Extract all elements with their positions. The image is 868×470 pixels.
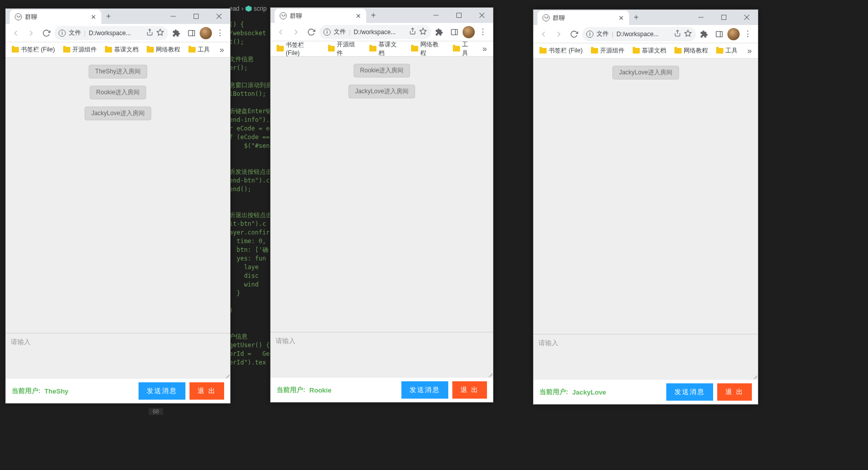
- reload-button[interactable]: [304, 25, 318, 39]
- message-input[interactable]: [533, 334, 758, 380]
- close-tab-icon[interactable]: ✕: [91, 13, 96, 21]
- chat-page: Rookie进入房间 JackyLove进入房间 当前用户: Rookie 发送…: [270, 57, 493, 402]
- input-area: [270, 332, 493, 378]
- maximize-button[interactable]: [712, 10, 735, 25]
- bookmark-item[interactable]: 工具: [713, 45, 741, 56]
- profile-avatar[interactable]: [463, 26, 475, 38]
- address-bar: i 文件 | D:/workspace... ⋮: [270, 23, 493, 41]
- profile-avatar[interactable]: [200, 27, 212, 39]
- url-prefix: 文件: [334, 28, 346, 36]
- bookmark-item[interactable]: 书签栏 (File): [9, 44, 58, 55]
- send-button[interactable]: 发送消息: [401, 381, 448, 399]
- message-list: JackyLove进入房间: [533, 59, 758, 334]
- browser-tab[interactable]: 群聊 ✕: [10, 10, 101, 24]
- kebab-menu-icon[interactable]: ⋮: [741, 27, 755, 41]
- bookmark-item[interactable]: 书签栏 (File): [536, 45, 586, 56]
- folder-icon: [633, 48, 640, 54]
- exit-button[interactable]: 退 出: [717, 383, 752, 401]
- new-tab-button[interactable]: +: [366, 8, 381, 23]
- bookmark-label: 书签栏 (File): [549, 46, 583, 55]
- minimize-button[interactable]: [424, 8, 447, 23]
- folder-icon: [277, 46, 284, 51]
- minimize-button[interactable]: [689, 10, 712, 25]
- bookmark-item[interactable]: 书签栏 (File): [274, 40, 323, 58]
- sidepanel-icon[interactable]: [184, 26, 199, 40]
- omnibox[interactable]: i 文件 | D:/workspace...: [55, 26, 168, 40]
- svg-rect-1: [194, 14, 198, 19]
- omnibox[interactable]: i 文件 | D:/workspace...: [582, 27, 696, 41]
- folder-icon: [328, 46, 335, 51]
- reload-button[interactable]: [567, 27, 581, 41]
- maximize-button[interactable]: [447, 8, 470, 23]
- share-icon[interactable]: [409, 28, 416, 36]
- bookmark-label: 书签栏 (File): [21, 45, 55, 54]
- globe-icon: [542, 14, 550, 21]
- share-icon[interactable]: [674, 30, 681, 38]
- resize-handle-icon[interactable]: [224, 373, 229, 378]
- forward-button[interactable]: [24, 26, 38, 40]
- forward-button[interactable]: [289, 25, 303, 39]
- browser-tab[interactable]: 群聊 ✕: [537, 11, 629, 25]
- new-tab-button[interactable]: +: [101, 9, 116, 24]
- extensions-icon[interactable]: [697, 27, 711, 41]
- forward-button[interactable]: [552, 27, 566, 41]
- message-input[interactable]: [6, 333, 230, 379]
- bookmarks-overflow-icon[interactable]: »: [744, 46, 755, 56]
- bookmark-item[interactable]: 工具: [185, 44, 213, 55]
- bookmarks-bar: 书签栏 (File) 开源组件 慕课文档 网络教程 工具 »: [6, 42, 230, 58]
- minimize-button[interactable]: [161, 9, 184, 24]
- kebab-menu-icon[interactable]: ⋮: [476, 25, 490, 39]
- back-button[interactable]: [9, 26, 23, 40]
- maximize-button[interactable]: [184, 9, 207, 24]
- send-button[interactable]: 发送消息: [666, 383, 713, 401]
- exit-button[interactable]: 退 出: [189, 382, 224, 400]
- close-tab-icon[interactable]: ✕: [356, 12, 361, 20]
- bookmark-star-icon[interactable]: [419, 28, 427, 37]
- bookmark-item[interactable]: 慕课文档: [366, 39, 406, 59]
- resize-handle-icon[interactable]: [487, 372, 492, 377]
- profile-avatar[interactable]: [727, 28, 740, 40]
- bookmark-item[interactable]: 开源组件: [588, 45, 628, 56]
- extensions-icon[interactable]: [432, 25, 446, 39]
- site-info-icon[interactable]: i: [586, 31, 593, 38]
- kebab-menu-icon[interactable]: ⋮: [213, 26, 227, 40]
- bookmark-label: 工具: [462, 40, 474, 58]
- close-tab-icon[interactable]: ✕: [618, 14, 624, 22]
- message-input[interactable]: [270, 332, 493, 378]
- folder-icon: [12, 47, 19, 53]
- close-window-button[interactable]: [207, 9, 230, 24]
- exit-button[interactable]: 退 出: [452, 381, 487, 399]
- bookmark-item[interactable]: 网络教程: [144, 44, 183, 55]
- globe-icon: [280, 12, 287, 19]
- omnibox[interactable]: i 文件 | D:/workspace...: [319, 25, 431, 39]
- extensions-icon[interactable]: [169, 26, 183, 40]
- bookmark-item[interactable]: 开源组件: [60, 44, 100, 55]
- share-icon[interactable]: [146, 29, 153, 37]
- bookmark-item[interactable]: 慕课文档: [102, 44, 142, 55]
- back-button[interactable]: [536, 27, 551, 41]
- chat-footer: 当前用户: Rookie 发送消息 退 出: [270, 378, 493, 402]
- bookmark-label: 开源组件: [337, 40, 361, 58]
- sidepanel-icon[interactable]: [712, 27, 726, 41]
- new-tab-button[interactable]: +: [629, 10, 643, 25]
- site-info-icon[interactable]: i: [59, 30, 66, 37]
- sidepanel-icon[interactable]: [447, 25, 462, 39]
- bookmark-star-icon[interactable]: [684, 30, 692, 39]
- bookmarks-overflow-icon[interactable]: »: [216, 45, 227, 55]
- site-info-icon[interactable]: i: [323, 29, 331, 36]
- back-button[interactable]: [274, 25, 288, 39]
- bookmark-item[interactable]: 网络教程: [671, 45, 711, 56]
- chat-footer: 当前用户: JackyLove 发送消息 退 出: [533, 380, 758, 404]
- close-window-button[interactable]: [470, 8, 493, 23]
- bookmark-item[interactable]: 网络教程: [408, 39, 448, 59]
- bookmark-item[interactable]: 慕课文档: [630, 45, 669, 56]
- reload-button[interactable]: [39, 26, 53, 40]
- close-window-button[interactable]: [735, 10, 758, 25]
- browser-tab[interactable]: 群聊 ✕: [275, 9, 366, 23]
- bookmark-star-icon[interactable]: [156, 29, 164, 38]
- bookmark-item[interactable]: 工具: [450, 39, 477, 59]
- resize-handle-icon[interactable]: [752, 374, 757, 379]
- send-button[interactable]: 发送消息: [139, 382, 185, 400]
- bookmark-item[interactable]: 开源组件: [325, 39, 365, 59]
- bookmarks-overflow-icon[interactable]: »: [479, 44, 490, 54]
